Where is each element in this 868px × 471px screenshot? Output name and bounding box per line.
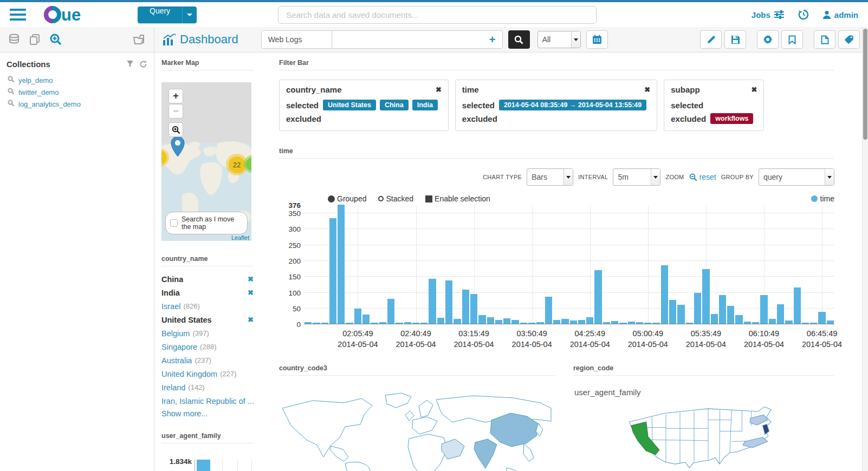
time-bar[interactable] <box>338 205 345 324</box>
query-button[interactable]: Query <box>138 6 182 23</box>
time-bar[interactable] <box>677 305 684 324</box>
import-folder-icon[interactable] <box>133 34 146 45</box>
us-map[interactable] <box>573 401 834 471</box>
time-bar[interactable] <box>404 322 411 324</box>
hue-logo[interactable]: ue <box>43 5 96 24</box>
time-bar[interactable] <box>769 319 776 324</box>
facet-value-link[interactable]: Ireland <box>161 382 185 393</box>
interval-select[interactable]: 5m <box>613 168 660 186</box>
source-selector[interactable]: Web Logs <box>262 31 332 48</box>
facet-value-link[interactable]: United Kingdom <box>161 369 217 380</box>
legend-grouped[interactable]: Grouped <box>328 194 366 203</box>
settings-button[interactable] <box>757 30 779 49</box>
time-bar[interactable] <box>578 320 585 324</box>
time-bar[interactable] <box>346 323 353 324</box>
time-bar[interactable] <box>470 294 477 324</box>
facet-value-link[interactable]: Australia <box>161 355 192 366</box>
time-bar[interactable] <box>594 270 601 324</box>
time-bar[interactable] <box>420 323 427 324</box>
series-legend-time[interactable]: time <box>811 194 834 203</box>
time-bar[interactable] <box>818 312 825 324</box>
dashboard-query-input[interactable] <box>332 31 483 48</box>
collection-item[interactable]: log_analytics_demo <box>7 98 147 110</box>
time-bar[interactable] <box>495 320 502 324</box>
time-bar[interactable] <box>354 309 361 324</box>
legend-enable-selection[interactable]: Enable selection <box>425 194 490 203</box>
time-bar[interactable] <box>545 297 552 324</box>
add-facet-button[interactable]: + <box>483 31 502 48</box>
hamburger-menu-icon[interactable] <box>10 9 26 21</box>
chart-type-select[interactable]: Bars <box>527 168 573 186</box>
time-bar[interactable] <box>628 322 635 324</box>
time-bar[interactable] <box>644 323 651 324</box>
time-bar[interactable] <box>752 322 759 324</box>
close-filter-icon[interactable]: ✖ <box>422 86 442 94</box>
show-more-link[interactable]: Show more... <box>161 409 254 418</box>
filter-badge[interactable]: workflows <box>710 113 753 124</box>
search-as-move-checkbox[interactable] <box>170 219 178 227</box>
remove-facet-value-icon[interactable]: ✖ <box>248 287 254 298</box>
time-bar[interactable] <box>528 323 535 324</box>
time-bar[interactable] <box>652 323 659 324</box>
world-map[interactable] <box>279 392 556 471</box>
time-bar[interactable] <box>396 323 403 324</box>
new-document-button[interactable] <box>814 30 835 49</box>
time-bar[interactable] <box>570 320 577 324</box>
time-bar[interactable] <box>711 314 718 324</box>
time-bar[interactable] <box>777 304 784 324</box>
jobs-link[interactable]: Jobs <box>752 10 784 19</box>
page-scrollbar[interactable] <box>862 27 868 471</box>
time-bar[interactable] <box>611 321 618 324</box>
time-bar[interactable] <box>760 295 767 324</box>
leaflet-attribution[interactable]: Leaflet <box>231 234 249 241</box>
legend-stacked[interactable]: Stacked <box>378 194 413 203</box>
scrollbar-thumb[interactable] <box>863 29 867 140</box>
time-bar[interactable] <box>437 318 444 324</box>
refresh-icon[interactable] <box>139 60 147 68</box>
facet-value-link[interactable]: Belgium <box>161 328 190 339</box>
facet-value-link[interactable]: Singapore <box>161 342 197 352</box>
collection-item[interactable]: twitter_demo <box>7 86 147 98</box>
time-bar[interactable] <box>802 323 809 324</box>
close-filter-icon[interactable]: ✖ <box>630 86 650 94</box>
time-bar[interactable] <box>561 319 568 324</box>
map-marker-pin[interactable] <box>170 136 186 158</box>
ua-mini-chart[interactable]: 1.834k 1.6k 1.4k <box>161 453 254 471</box>
time-bar[interactable] <box>478 315 485 324</box>
time-bar[interactable] <box>321 323 328 324</box>
time-bar[interactable] <box>669 300 676 324</box>
zoom-reset-link[interactable]: reset <box>689 173 716 181</box>
filter-badge[interactable]: United States <box>323 100 376 110</box>
map-box-zoom-button[interactable] <box>169 122 183 137</box>
remove-facet-value-icon[interactable]: ✖ <box>248 274 254 285</box>
map-zoom-in-button[interactable]: + <box>169 89 183 103</box>
time-bar[interactable] <box>827 320 834 324</box>
facet-value-link[interactable]: Israel <box>161 301 180 312</box>
time-bar[interactable] <box>445 280 452 324</box>
bars-container[interactable] <box>304 205 834 324</box>
time-bar[interactable] <box>412 323 419 324</box>
map-zoom-out-button[interactable]: − <box>169 104 183 119</box>
time-bar[interactable] <box>603 322 610 324</box>
group-by-select[interactable]: query <box>759 168 834 186</box>
filter-funnel-icon[interactable] <box>126 60 134 68</box>
time-bar[interactable] <box>794 287 801 324</box>
time-bar[interactable] <box>744 322 751 324</box>
dashboard-search-button[interactable] <box>508 30 530 49</box>
ua-bar[interactable] <box>197 460 210 471</box>
user-menu[interactable]: admin <box>823 10 858 19</box>
time-bar[interactable] <box>694 293 701 324</box>
time-bar[interactable] <box>371 323 378 324</box>
bookmark-button[interactable] <box>781 30 803 49</box>
time-bar[interactable] <box>305 322 312 324</box>
time-bar[interactable] <box>379 322 386 324</box>
time-bar[interactable] <box>702 269 709 324</box>
time-bar[interactable] <box>329 218 336 324</box>
time-bar[interactable] <box>503 318 510 324</box>
query-dropdown-caret[interactable] <box>182 6 197 23</box>
history-icon[interactable] <box>798 9 809 20</box>
remove-facet-value-icon[interactable]: ✖ <box>248 315 254 325</box>
time-bar[interactable] <box>520 323 527 324</box>
edit-dashboard-button[interactable] <box>700 30 722 49</box>
filter-badge[interactable]: China <box>380 100 409 110</box>
